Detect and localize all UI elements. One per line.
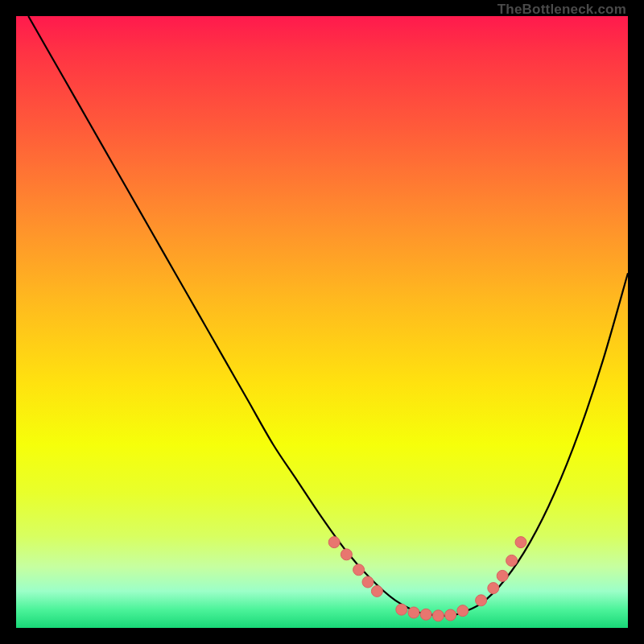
- curve-marker: [457, 605, 469, 617]
- curve-marker: [488, 583, 499, 594]
- curve-markers: [328, 537, 526, 621]
- curve-marker: [353, 564, 365, 576]
- chart-frame: TheBottleneck.com: [0, 0, 644, 644]
- curve-path: [28, 16, 628, 616]
- curve-marker: [408, 607, 419, 618]
- curve-marker: [420, 609, 431, 620]
- curve-marker: [506, 555, 518, 566]
- curve-marker: [476, 595, 487, 606]
- curve-marker: [341, 549, 352, 560]
- curve-marker: [432, 610, 444, 621]
- curve-marker: [515, 537, 526, 548]
- curve-marker: [445, 609, 456, 621]
- curve-marker: [371, 585, 382, 597]
- bottleneck-curve: [16, 16, 628, 628]
- curve-marker: [328, 537, 340, 548]
- curve-marker: [497, 570, 508, 581]
- attribution-label: TheBottleneck.com: [497, 2, 626, 18]
- curve-marker: [362, 576, 374, 588]
- curve-marker: [396, 604, 407, 615]
